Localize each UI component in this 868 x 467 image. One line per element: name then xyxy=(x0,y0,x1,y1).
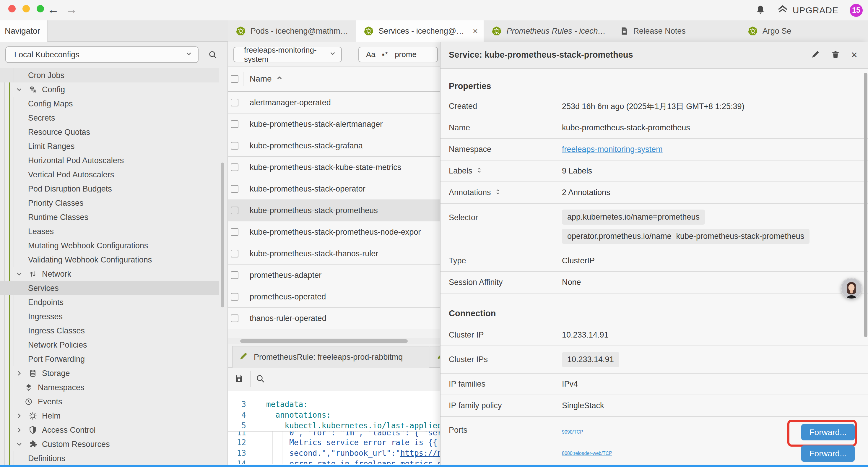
tab-argo-se[interactable]: Argo Se xyxy=(740,20,868,42)
sort-updown-icon[interactable] xyxy=(476,167,483,176)
notification-badge[interactable]: 15 xyxy=(850,4,863,17)
sidebar-item-pod-disruption-budgets[interactable]: Pod Disruption Budgets xyxy=(0,182,219,196)
row-checkbox[interactable] xyxy=(231,99,239,107)
sidebar-item-ingress-classes[interactable]: Ingress Classes xyxy=(0,324,219,338)
sidebar-item-priority-classes[interactable]: Priority Classes xyxy=(0,196,219,210)
editor-tab-partial[interactable]: C xyxy=(430,346,440,368)
editor-search-icon[interactable] xyxy=(255,374,265,384)
sidebar-item-custom-resources[interactable]: Custom Resources xyxy=(0,437,219,451)
sidebar-item-definitions[interactable]: Definitions xyxy=(0,451,219,465)
namespace-link[interactable]: freeleaps-monitoring-system xyxy=(562,145,663,154)
horizontal-scrollbar[interactable] xyxy=(228,338,440,344)
yaml-editor[interactable]: 3metadata:4 annotations:5 kubectl.kubern… xyxy=(228,391,440,465)
sidebar-item-services[interactable]: Services xyxy=(0,281,219,295)
sidebar-item-leases[interactable]: Leases xyxy=(0,224,219,238)
sidebar-item-horizontal-pod-autoscalers[interactable]: Horizontal Pod Autoscalers xyxy=(0,153,219,168)
table-row-kube-prometheus-stack-prometheus[interactable]: kube-prometheus-stack-prometheus xyxy=(228,200,440,222)
row-checkbox[interactable] xyxy=(231,164,239,171)
row-checkbox[interactable] xyxy=(231,185,239,193)
tab-services-icecheng-math[interactable]: Services - icecheng@math...× xyxy=(356,20,484,42)
sidebar-item-cron-jobs[interactable]: Cron Jobs xyxy=(0,68,219,83)
sidebar-item-resource-quotas[interactable]: Resource Quotas xyxy=(0,125,219,139)
namespace-select[interactable]: freeleaps-monitoring-system xyxy=(234,47,342,62)
upgrade-button[interactable]: UPGRADE xyxy=(777,4,838,16)
tab-prometheus-rules-icecheng[interactable]: Prometheus Rules - icecheng... xyxy=(484,20,612,42)
forward-button[interactable]: Forward... xyxy=(801,445,855,462)
sidebar-item-limit-ranges[interactable]: Limit Ranges xyxy=(0,139,219,153)
sidebar-item-port-forwarding[interactable]: Port Forwarding xyxy=(0,352,219,366)
chevron-down-icon[interactable] xyxy=(15,270,24,278)
bell-icon[interactable] xyxy=(755,5,766,16)
close-window-button[interactable] xyxy=(8,5,16,12)
sort-updown-icon[interactable] xyxy=(495,188,501,197)
sidebar-item-storage[interactable]: Storage xyxy=(0,366,219,380)
back-arrow-icon[interactable]: ← xyxy=(47,2,59,17)
details-scrollbar[interactable] xyxy=(864,73,867,337)
user-avatar[interactable] xyxy=(840,277,863,300)
row-checkbox[interactable] xyxy=(231,120,239,128)
sidebar-item-endpoints[interactable]: Endpoints xyxy=(0,295,219,310)
table-row-prometheus-adapter[interactable]: prometheus-adapter xyxy=(228,265,440,286)
save-icon[interactable] xyxy=(234,374,244,384)
close-icon[interactable]: × xyxy=(851,50,857,60)
search-icon[interactable] xyxy=(208,50,217,61)
tab-pods-icecheng-mathmas[interactable]: Pods - icecheng@mathmas... xyxy=(228,20,356,42)
minimize-window-button[interactable] xyxy=(23,5,30,12)
row-checkbox[interactable] xyxy=(231,250,239,258)
sidebar-item-network[interactable]: Network xyxy=(0,267,219,281)
chevron-down-icon[interactable] xyxy=(15,440,24,448)
table-row-kube-prometheus-stack-alertmanager[interactable]: kube-prometheus-stack-alertmanager xyxy=(228,114,440,135)
match-case-icon[interactable]: Aa xyxy=(366,50,375,59)
sidebar-item-namespaces[interactable]: Namespaces xyxy=(0,380,219,395)
tab-navigator[interactable]: Navigator xyxy=(0,20,48,42)
table-row-kube-prometheus-stack-kube-state-metrics[interactable]: kube-prometheus-stack-kube-state-metrics xyxy=(228,157,440,178)
chevron-right-icon[interactable] xyxy=(15,370,24,377)
sidebar-item-ingresses[interactable]: Ingresses xyxy=(0,310,219,324)
value-chip[interactable]: 10.233.14.91 xyxy=(562,352,619,367)
row-checkbox[interactable] xyxy=(231,142,239,150)
name-column-header[interactable]: Name xyxy=(250,74,283,84)
sidebar-item-events[interactable]: Events xyxy=(0,395,219,409)
sidebar-item-runtime-classes[interactable]: Runtime Classes xyxy=(0,210,219,224)
close-tab-icon[interactable]: × xyxy=(473,26,478,36)
chevron-down-icon[interactable] xyxy=(15,86,24,93)
regex-icon[interactable]: ▪* xyxy=(382,50,388,59)
table-row-thanos-ruler-operated[interactable]: thanos-ruler-operated xyxy=(228,308,440,329)
table-row-kube-prometheus-stack-operator[interactable]: kube-prometheus-stack-operator xyxy=(228,178,440,200)
editor-tab-prometheusrule[interactable]: PrometheusRule: freeleaps-prod-rabbitmq xyxy=(232,346,429,368)
value-chip[interactable]: operator.prometheus.io/name=kube-prometh… xyxy=(562,229,809,244)
row-checkbox[interactable] xyxy=(231,207,239,214)
zoom-window-button[interactable] xyxy=(37,5,44,12)
table-row-kube-prometheus-stack-grafana[interactable]: kube-prometheus-stack-grafana xyxy=(228,135,440,157)
row-checkbox[interactable] xyxy=(231,293,239,300)
edit-pencil-icon[interactable] xyxy=(811,50,820,60)
sidebar-item-network-policies[interactable]: Network Policies xyxy=(0,338,219,352)
scrollbar-thumb[interactable] xyxy=(240,339,408,343)
table-row-prometheus-operated[interactable]: prometheus-operated xyxy=(228,286,440,308)
sidebar-item-access-control[interactable]: Access Control xyxy=(0,423,219,437)
sidebar-item-secrets[interactable]: Secrets xyxy=(0,111,219,125)
select-all-checkbox[interactable] xyxy=(231,75,239,83)
sidebar-item-config[interactable]: Config xyxy=(0,83,219,97)
row-checkbox[interactable] xyxy=(231,228,239,236)
sidebar-item-helm[interactable]: Helm xyxy=(0,409,219,423)
value-chip[interactable]: app.kubernetes.io/name=prometheus xyxy=(562,209,705,225)
updown-icon xyxy=(28,270,38,278)
tab-release-notes[interactable]: Release Notes xyxy=(612,20,740,42)
sidebar-item-validating-webhook-configurations[interactable]: Validating Webhook Configurations xyxy=(0,253,219,267)
row-checkbox[interactable] xyxy=(231,271,239,279)
sidebar-item-mutating-webhook-configurations[interactable]: Mutating Webhook Configurations xyxy=(0,238,219,253)
table-row-kube-prometheus-stack-thanos-ruler[interactable]: kube-prometheus-stack-thanos-ruler xyxy=(228,243,440,265)
sidebar-item-config-maps[interactable]: Config Maps xyxy=(0,97,219,111)
name-filter-input[interactable]: Aa ▪* prome xyxy=(359,47,438,62)
table-row-alertmanager-operated[interactable]: alertmanager-operated xyxy=(228,92,440,114)
table-row-kube-prometheus-stack-prometheus-node-expor[interactable]: kube-prometheus-stack-prometheus-node-ex… xyxy=(228,222,440,243)
kubeconfig-select[interactable]: Local Kubeconfigs xyxy=(5,47,198,63)
row-checkbox[interactable] xyxy=(231,315,239,322)
chevron-right-icon[interactable] xyxy=(15,412,24,420)
sidebar-scrollbar[interactable] xyxy=(221,163,224,308)
trash-icon[interactable] xyxy=(831,50,840,60)
forward-arrow-icon[interactable]: → xyxy=(66,2,78,17)
chevron-right-icon[interactable] xyxy=(15,426,24,434)
sidebar-item-vertical-pod-autoscalers[interactable]: Vertical Pod Autoscalers xyxy=(0,168,219,182)
